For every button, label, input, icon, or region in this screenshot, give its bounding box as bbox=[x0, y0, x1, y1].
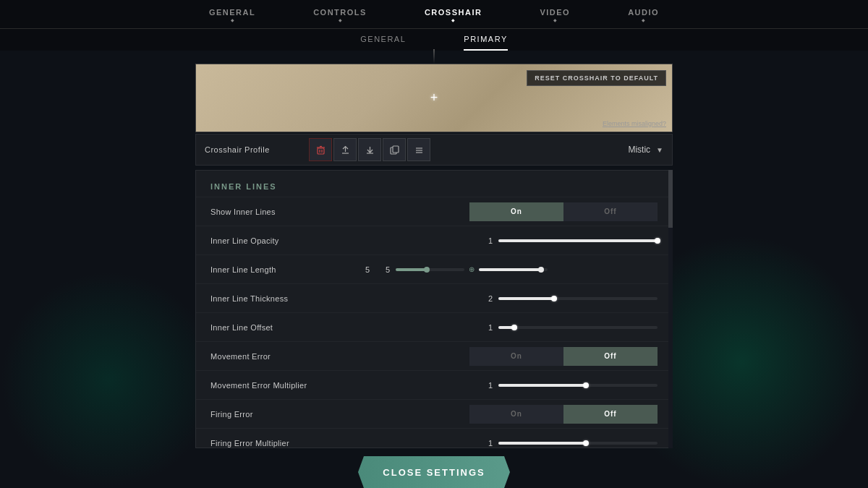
setting-firing-error-multiplier: Firing Error Multiplier 1 bbox=[196, 428, 672, 448]
setting-controls-inner-line-opacity: 1 bbox=[355, 236, 658, 245]
setting-controls-inner-line-offset: 1 bbox=[355, 323, 658, 332]
inner-line-thickness-slider[interactable] bbox=[498, 297, 658, 300]
link-icon[interactable]: ⊕ bbox=[469, 265, 475, 273]
inner-lines-section-header: INNER LINES bbox=[196, 171, 672, 197]
toggle-on-movement-error[interactable]: On bbox=[469, 347, 563, 366]
firing-error-multiplier-value: 1 bbox=[478, 439, 493, 448]
sub-nav-primary[interactable]: PRIMARY bbox=[464, 35, 507, 51]
toggle-on-firing-error[interactable]: On bbox=[469, 405, 563, 424]
inner-line-length-value1: 5 bbox=[355, 265, 370, 274]
edit-profile-button[interactable] bbox=[407, 138, 430, 161]
inner-line-offset-slider[interactable] bbox=[498, 326, 658, 329]
setting-name-inner-line-thickness: Inner Line Thickness bbox=[210, 294, 355, 303]
reset-crosshair-button[interactable]: RESET CROSSHAIR TO DEFAULT bbox=[527, 70, 666, 86]
inner-line-offset-value: 1 bbox=[478, 323, 493, 332]
setting-name-movement-error-multiplier: Movement Error Multiplier bbox=[210, 381, 355, 390]
setting-movement-error-multiplier: Movement Error Multiplier 1 bbox=[196, 370, 672, 399]
setting-inner-line-opacity: Inner Line Opacity 1 bbox=[196, 226, 672, 254]
setting-inner-line-length: Inner Line Length 5 5 ⊕ bbox=[196, 254, 672, 283]
setting-controls-movement-error: On Off bbox=[355, 347, 658, 366]
close-settings-button[interactable]: CLOSE SETTINGS bbox=[358, 456, 510, 488]
delete-profile-button[interactable] bbox=[309, 138, 332, 161]
crosshair-symbol: + bbox=[430, 90, 438, 106]
inner-line-opacity-value: 1 bbox=[478, 236, 493, 245]
toggle-off-firing-error[interactable]: Off bbox=[563, 405, 658, 424]
setting-inner-line-thickness: Inner Line Thickness 2 bbox=[196, 283, 672, 312]
nav-item-crosshair[interactable]: CROSSHAIR bbox=[425, 8, 482, 21]
setting-name-inner-line-offset: Inner Line Offset bbox=[210, 323, 355, 332]
sub-nav-general[interactable]: GENERAL bbox=[360, 35, 406, 51]
inner-line-length-slider1[interactable] bbox=[396, 268, 464, 271]
crosshair-preview: + RESET CROSSHAIR TO DEFAULT Elements mi… bbox=[195, 64, 673, 132]
nav-item-audio[interactable]: AUDIO bbox=[628, 8, 659, 21]
svg-rect-10 bbox=[393, 146, 399, 153]
top-navigation: GENERAL CONTROLS CROSSHAIR VIDEO AUDIO bbox=[0, 0, 868, 29]
inner-line-length-value2: 5 bbox=[375, 265, 390, 274]
toggle-off-movement-error[interactable]: Off bbox=[563, 347, 658, 366]
setting-name-movement-error: Movement Error bbox=[210, 352, 355, 361]
download-profile-button[interactable] bbox=[358, 138, 381, 161]
movement-error-multiplier-value: 1 bbox=[478, 381, 493, 390]
setting-name-firing-error: Firing Error bbox=[210, 410, 355, 419]
elements-misaligned-link[interactable]: Elements misaligned? bbox=[603, 120, 666, 127]
setting-name-show-inner-lines: Show Inner Lines bbox=[210, 207, 355, 216]
profile-selected-value: Mistic bbox=[628, 145, 650, 155]
setting-controls-movement-error-multiplier: 1 bbox=[355, 381, 658, 390]
scrollbar-track bbox=[668, 170, 673, 448]
sub-navigation: GENERAL PRIMARY bbox=[0, 29, 868, 51]
connector-line bbox=[433, 49, 435, 64]
toggle-on-show-inner-lines[interactable]: On bbox=[469, 202, 563, 221]
nav-item-controls[interactable]: CONTROLS bbox=[313, 8, 367, 21]
toggle-group-show-inner-lines: On Off bbox=[469, 202, 658, 221]
inner-line-thickness-value: 2 bbox=[478, 294, 493, 303]
toggle-group-movement-error: On Off bbox=[469, 347, 658, 366]
nav-item-general[interactable]: GENERAL bbox=[209, 8, 255, 21]
crosshair-profile-bar: Crosshair Profile bbox=[195, 134, 673, 166]
profile-action-icons bbox=[309, 138, 430, 161]
setting-controls-show-inner-lines: On Off bbox=[355, 202, 658, 221]
movement-error-multiplier-slider[interactable] bbox=[498, 384, 658, 387]
dropdown-arrow-icon: ▼ bbox=[656, 146, 663, 154]
profile-label: Crosshair Profile bbox=[205, 145, 306, 154]
nav-item-video[interactable]: VIDEO bbox=[540, 8, 570, 21]
upload-profile-button[interactable] bbox=[333, 138, 357, 161]
setting-movement-error: Movement Error On Off bbox=[196, 341, 672, 370]
setting-inner-line-offset: Inner Line Offset 1 bbox=[196, 312, 672, 341]
toggle-group-firing-error: On Off bbox=[469, 405, 658, 424]
setting-controls-inner-line-thickness: 2 bbox=[355, 294, 658, 303]
inner-line-opacity-slider[interactable] bbox=[498, 239, 658, 242]
bg-decoration-left bbox=[0, 271, 217, 488]
setting-name-inner-line-length: Inner Line Length bbox=[210, 265, 355, 274]
settings-panel[interactable]: INNER LINES Show Inner Lines On Off Inne… bbox=[195, 170, 673, 448]
setting-show-inner-lines: Show Inner Lines On Off bbox=[196, 197, 672, 226]
profile-dropdown[interactable]: Mistic ▼ bbox=[504, 145, 663, 155]
setting-name-inner-line-opacity: Inner Line Opacity bbox=[210, 236, 355, 245]
toggle-off-show-inner-lines[interactable]: Off bbox=[563, 202, 658, 221]
setting-controls-firing-error-multiplier: 1 bbox=[355, 439, 658, 448]
firing-error-multiplier-slider[interactable] bbox=[498, 442, 658, 445]
setting-name-firing-error-multiplier: Firing Error Multiplier bbox=[210, 439, 355, 448]
inner-line-length-linked-slider: ⊕ bbox=[396, 265, 658, 273]
copy-profile-button[interactable] bbox=[383, 138, 406, 161]
setting-controls-inner-line-length: 5 5 ⊕ bbox=[355, 265, 658, 274]
setting-controls-firing-error: On Off bbox=[355, 405, 658, 424]
svg-rect-0 bbox=[318, 148, 324, 154]
inner-line-length-slider2[interactable] bbox=[479, 268, 548, 271]
setting-firing-error: Firing Error On Off bbox=[196, 399, 672, 428]
scrollbar-thumb[interactable] bbox=[668, 170, 673, 228]
